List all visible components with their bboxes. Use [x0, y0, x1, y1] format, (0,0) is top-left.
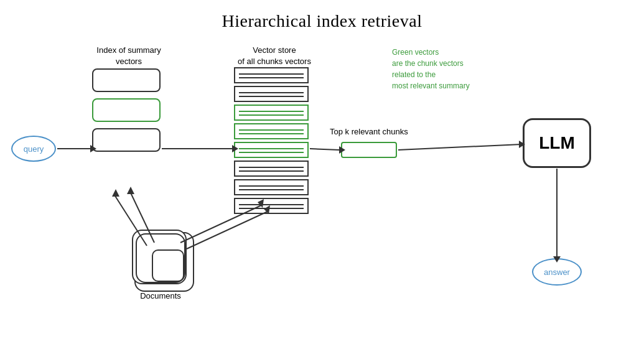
svg-marker-11 [127, 187, 134, 194]
doc-inner-square [152, 249, 184, 282]
green-annotation: Green vectors are the chunk vectors rela… [392, 47, 516, 91]
documents-stack [129, 227, 192, 289]
page-title: Hierarchical index retrieval [222, 11, 422, 31]
chunk-row-4-green [234, 123, 309, 139]
answer-node: answer [532, 258, 582, 286]
svg-marker-15 [112, 189, 119, 197]
svg-line-16 [187, 212, 268, 249]
chunk-row-2 [234, 86, 309, 102]
chunk-row-7 [234, 179, 309, 195]
chunk-row-6 [234, 161, 309, 177]
chunk-row-3-green [234, 105, 309, 121]
query-node: query [11, 136, 56, 162]
chunk-row-1 [234, 67, 309, 83]
summary-rect-1 [92, 68, 161, 92]
topk-label: Top k relevant chunks [330, 127, 408, 136]
svg-line-6 [398, 144, 521, 150]
chunk-row-8 [234, 198, 309, 214]
chunk-row-5-green [234, 142, 309, 158]
summary-rects-container [92, 68, 161, 152]
llm-box: LLM [523, 118, 591, 168]
vector-store-label: Vector store of all chunks vectors [234, 45, 315, 67]
chunk-rows-container [234, 67, 309, 214]
summary-rect-2-green [92, 98, 161, 122]
documents-label: Documents [136, 291, 185, 300]
diagram: Hierarchical index retrieval query Index… [0, 0, 644, 349]
doc-layer-inner [136, 233, 185, 283]
summary-rect-3 [92, 128, 161, 152]
index-summary-label: Index of summary vectors [95, 45, 163, 67]
svg-line-4 [310, 149, 339, 150]
topk-box [341, 142, 397, 158]
